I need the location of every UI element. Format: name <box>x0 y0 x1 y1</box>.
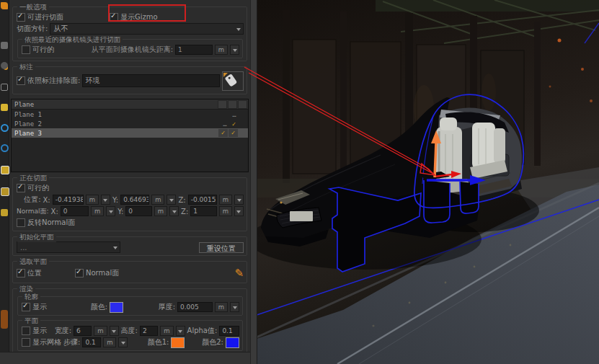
chevron-down-icon[interactable] <box>118 337 128 347</box>
chevron-down-icon[interactable] <box>169 206 179 216</box>
position-y-input[interactable]: 0.64693 <box>120 195 149 205</box>
camera-cut-enable-checkbox[interactable] <box>22 45 30 54</box>
column-2-header[interactable] <box>228 100 237 109</box>
outline-show-checkbox[interactable] <box>22 303 30 311</box>
annotation-exclude-checkbox[interactable] <box>17 76 25 85</box>
check-icon[interactable]: ✓ <box>228 129 238 137</box>
group-pick-plane-legend: 选取平面 <box>17 257 49 267</box>
highlight-rectangle <box>108 4 186 22</box>
folder2-icon[interactable] <box>1 187 9 196</box>
plane-show-label: 显示 <box>32 326 47 336</box>
unit-select[interactable]: m <box>219 206 232 216</box>
chevron-down-icon[interactable] <box>234 206 244 216</box>
target-icon[interactable] <box>1 62 8 69</box>
check-icon[interactable]: ✓ <box>229 120 239 128</box>
tag-picker-button[interactable] <box>222 71 244 91</box>
unit-select[interactable]: m <box>215 302 228 312</box>
normal-y-input[interactable]: 0 <box>125 206 151 216</box>
outline-row: 显示 颜色: 厚度: 0.005 m <box>22 301 239 313</box>
chevron-down-icon[interactable] <box>230 302 239 312</box>
chevron-down-icon[interactable] <box>101 195 110 205</box>
grid-show-checkbox[interactable] <box>22 338 30 347</box>
grid-step-input[interactable]: 0.1 <box>82 337 101 347</box>
chevron-down-icon[interactable] <box>234 195 244 205</box>
x-label: X: <box>43 196 50 204</box>
outline-color-label: 颜色: <box>91 302 107 312</box>
camera-distance-unit[interactable]: m <box>215 45 228 55</box>
column-1-header[interactable] <box>218 100 227 109</box>
grid-step-label: 步骤: <box>63 337 80 347</box>
outline-thickness-label: 厚度: <box>159 302 175 312</box>
frame-icon[interactable] <box>1 84 8 91</box>
plane-show-checkbox[interactable] <box>22 327 30 335</box>
unit-select[interactable]: m <box>86 195 99 205</box>
sparkle-icon[interactable] <box>1 42 8 49</box>
enable-cut-checkbox[interactable] <box>17 13 25 22</box>
clay-icon[interactable] <box>1 310 8 329</box>
unit-select[interactable]: m <box>151 195 164 205</box>
group-plane-render: 平面 显示 宽度: 6 m 高度: 2 m Alpha值: 0.1 显示网格 步… <box>17 320 243 351</box>
flame-icon[interactable] <box>1 2 8 9</box>
normal-x-input[interactable]: 0 <box>61 206 89 216</box>
plane-list-row-selected[interactable]: Plane 3 ✓ ✓ <box>12 128 248 138</box>
chevron-down-icon[interactable] <box>176 326 185 336</box>
outline-color-swatch[interactable] <box>110 302 123 313</box>
bucket-icon[interactable] <box>1 104 8 111</box>
pick-plane-row: 位置 Normal面 ✎ <box>17 266 244 280</box>
plane-height-input[interactable]: 2 <box>140 326 158 336</box>
plane-width-input[interactable]: 6 <box>74 326 92 336</box>
outline-show-label: 显示 <box>32 302 47 312</box>
chevron-down-icon[interactable] <box>167 195 176 205</box>
pick-position-checkbox[interactable] <box>17 269 25 278</box>
y-label: Y: <box>112 196 118 204</box>
unit-select[interactable]: m <box>219 195 232 205</box>
panel-scrollbar[interactable] <box>250 0 257 364</box>
active-cut-enable-checkbox[interactable] <box>17 184 25 192</box>
group-outline: 轮廓 显示 颜色: 厚度: 0.005 m <box>17 296 243 316</box>
unit-select[interactable]: m <box>94 326 107 336</box>
unit-select[interactable]: m <box>160 326 173 336</box>
invert-normal-checkbox[interactable] <box>17 218 25 227</box>
grid-color1-swatch[interactable] <box>171 337 185 348</box>
plane-alpha-input[interactable]: 0.1 <box>219 326 239 336</box>
edit-pencil-icon[interactable]: ✎ <box>234 269 244 278</box>
plane-list-header: Plane <box>12 99 248 110</box>
pick-position-label: 位置 <box>27 268 42 278</box>
normal-label: Normal面: <box>17 207 49 216</box>
folder3-icon[interactable] <box>1 209 8 216</box>
camera-distance-input[interactable]: 1 <box>175 45 213 55</box>
grid-color2-swatch[interactable] <box>226 337 239 348</box>
orbit-icon[interactable] <box>1 124 9 132</box>
viewport-3d[interactable] <box>257 0 599 364</box>
reset-position-button[interactable]: 重设位置 <box>199 242 244 253</box>
plane-list-row[interactable]: Plane 1 … <box>12 110 248 119</box>
folder-icon[interactable] <box>1 166 9 174</box>
group-render: 渲染 轮廓 显示 颜色: 厚度: 0.005 m 平面 显示 宽度 <box>12 288 247 355</box>
position-x-input[interactable]: -0.419385 <box>53 195 84 205</box>
annotation-exclude-input[interactable]: 环境 <box>82 74 220 87</box>
plane-list-row[interactable]: Plane 2 … ✓ <box>12 119 248 128</box>
orbit2-icon[interactable] <box>1 144 9 152</box>
chevron-down-icon[interactable] <box>106 206 115 216</box>
column-3-header[interactable] <box>238 100 247 109</box>
unit-select[interactable]: m <box>91 206 104 216</box>
check-icon[interactable]: ✓ <box>218 129 228 137</box>
group-init-plane-legend: 初始化平面 <box>17 233 56 242</box>
pick-normal-checkbox[interactable] <box>75 269 84 278</box>
chevron-down-icon[interactable] <box>110 326 119 336</box>
more-dots[interactable]: … <box>229 111 239 118</box>
section-settings-panel: 一般选项 可进行切面 显示Gizmo 切面方针: 从不 依照最近的摄像机镜头进行… <box>9 0 250 364</box>
plane-width-label: 宽度: <box>55 326 71 336</box>
outline-thickness-input[interactable]: 0.005 <box>177 302 213 312</box>
normal-z-input[interactable]: 1 <box>190 206 216 216</box>
unit-select[interactable]: m <box>154 206 167 216</box>
license-plate <box>290 211 313 221</box>
init-plane-dropdown[interactable]: ... <box>17 241 120 253</box>
more-dots[interactable]: … <box>220 120 229 128</box>
plane-row-name: Plane 1 <box>14 111 220 118</box>
group-plane-render-legend: 平面 <box>22 316 40 326</box>
position-z-input[interactable]: -0.001533 <box>188 195 217 205</box>
unit-select[interactable]: m <box>103 337 116 347</box>
chevron-down-icon[interactable] <box>230 45 239 55</box>
cut-policy-dropdown[interactable]: 从不 <box>50 23 244 35</box>
